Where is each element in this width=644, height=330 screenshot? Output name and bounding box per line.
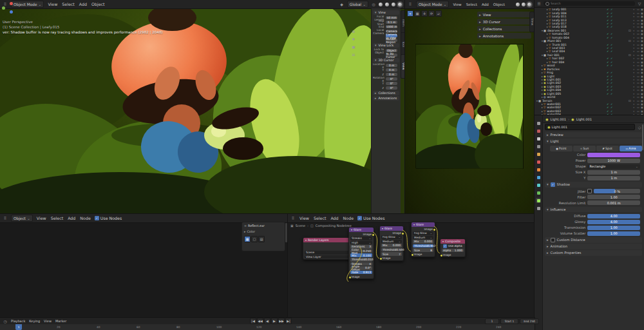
menu-marker[interactable]: Marker (55, 319, 67, 323)
timeline[interactable]: ◷PlaybackKeyingViewMarker|◀◀◀◀▶▶▶▶|1Star… (0, 318, 535, 330)
btn-image-b-icon[interactable]: ▤ (258, 236, 265, 242)
panel-custom-properties[interactable]: ▸Custom Properties (545, 250, 642, 256)
row-value[interactable]: 0° (386, 82, 397, 86)
tab-physics-icon[interactable] (536, 182, 541, 188)
tab-tool-icon[interactable] (536, 121, 541, 126)
input-socket[interactable] (379, 257, 383, 260)
current-frame-field[interactable]: 1 (485, 318, 499, 324)
node-field-color-mod[interactable]: Color Mod0.250 (350, 249, 372, 253)
influence-slider[interactable]: 4.00 (587, 220, 640, 224)
input-socket[interactable] (348, 276, 352, 279)
panel-influence[interactable]: ▾Influence (545, 207, 642, 213)
mode-dropdown[interactable]: Object⌄ (11, 215, 33, 222)
node-field-alpha[interactable]: Alpha1.000 (442, 249, 464, 253)
light-type-point[interactable]: ●Point (550, 146, 573, 151)
node-select[interactable]: Medium⌄ (413, 236, 433, 240)
influence-slider[interactable]: 1.00 (587, 231, 640, 236)
menu-add[interactable]: Add (330, 216, 339, 220)
breadcrumb-item[interactable]: Light.001 (551, 117, 567, 121)
outliner[interactable]: ☰Search▽▸▽Leafy 001✓✓⌖▭▣▸▽Leafy 004✓✓⌖▭▣… (535, 0, 644, 115)
menu-select[interactable]: Select (466, 3, 478, 6)
tab-data-icon[interactable] (536, 198, 541, 203)
start-frame-field[interactable]: Start 1 (500, 318, 518, 324)
row-value[interactable]: 1000 W (587, 159, 640, 163)
menu-node[interactable]: Node (79, 216, 91, 220)
camera-panel-view[interactable]: ▸View (477, 12, 531, 17)
mode-dropdown[interactable]: Object Mode⌄ (11, 1, 44, 8)
row-value[interactable]: 0° (386, 86, 397, 90)
editor-type-button[interactable]: ⠿ (408, 2, 413, 7)
node-select[interactable]: High⌄ (350, 241, 372, 245)
menu-add[interactable]: Add (481, 3, 489, 6)
shader-editor[interactable]: ⠿Object⌄ViewSelectAddNode✓Use Nodes≡Refl… (0, 214, 288, 318)
influence-slider[interactable]: 1.00 (587, 226, 640, 230)
menu-object[interactable]: Object (493, 3, 506, 6)
proportional-edit-icon[interactable]: ◎ (371, 2, 376, 7)
node-field-mix[interactable]: Mix0.000 (413, 240, 433, 244)
nav-zoom-icon[interactable]: ⊕ (351, 28, 356, 34)
scrollbar[interactable] (285, 223, 287, 242)
use-nodes-toggle[interactable]: ✓Use Nodes (95, 216, 122, 220)
input-socket[interactable] (411, 253, 414, 257)
playback-jump-end-button[interactable]: ▶| (285, 318, 292, 324)
menu-view[interactable]: View (299, 216, 310, 220)
btn-image-a-icon[interactable]: ▢ (251, 236, 258, 242)
snap-magnet-icon[interactable]: ◆ (339, 2, 345, 7)
input-socket[interactable] (440, 254, 443, 257)
row-value[interactable]: 0 m (386, 73, 397, 77)
btn-channels-icon[interactable]: ▦ (244, 236, 251, 242)
properties-editor[interactable]: ◉Light.001›◉Light.001◉Light.001◇▸Preview… (535, 115, 644, 330)
row-value[interactable]: 1.00 (587, 195, 640, 199)
row-value[interactable]: 1000 m (386, 25, 397, 29)
shading-sphere-0[interactable] (379, 3, 383, 6)
node-field-threshold[interactable]: Threshold0.500 (381, 248, 402, 252)
camera-panel-collections[interactable]: ▸Collections (477, 26, 531, 32)
use-nodes-toggle[interactable]: ✓Use Nodes (357, 216, 384, 220)
menu-view[interactable]: View (47, 2, 58, 6)
shading-sphere-3[interactable] (398, 3, 402, 6)
node-field-mix[interactable]: Mix0.000 (381, 244, 402, 248)
shading-sphere-2[interactable] (392, 3, 395, 6)
end-frame-field[interactable]: End 250 (520, 318, 539, 324)
timeline-ruler[interactable]: 1204060801001201401601802002202401 (0, 324, 535, 330)
mode-dropdown[interactable]: Object Mode⌄ (416, 1, 449, 8)
shadow-checkbox[interactable]: ✓ (551, 182, 555, 187)
node-glare-1[interactable]: ▾GlareImageStreaks⌄High⌄Iterations3Color… (348, 227, 374, 279)
viewport-main[interactable]: ⠿Object Mode⌄ViewSelectAddObject◆Global⌄… (0, 0, 404, 213)
editor-type-button[interactable]: ⠿ (290, 216, 296, 221)
menu-playback[interactable]: Playback (10, 319, 26, 323)
node-select[interactable]: Fog Glow⌄ (413, 231, 433, 235)
tab-modifiers-icon[interactable] (536, 175, 541, 180)
playback-play-reverse-button[interactable]: ◀ (264, 318, 270, 324)
influence-slider[interactable]: 4.00 (587, 214, 640, 218)
toolbar-select-box-icon[interactable]: ⌖ (407, 10, 413, 17)
viewport-camera[interactable]: ⠿Object Mode⌄ViewSelectAddObject⌖▦✛⟳▱▸Vi… (405, 0, 534, 213)
row-value[interactable]: 50 mm (386, 16, 397, 20)
playhead[interactable]: 1 (15, 324, 22, 330)
filter-dropdown-icon[interactable]: ☰ (536, 1, 542, 6)
toolbar-rotate-icon[interactable]: ⟳ (428, 10, 435, 17)
nav-ortho-toggle-icon[interactable]: ⊞ (351, 52, 356, 57)
panel-collapsed-Annotations[interactable]: ▸Annotations (373, 96, 399, 101)
color-row[interactable]: ▸Color (244, 230, 283, 233)
panel-animation[interactable]: ▸Animation (545, 244, 642, 249)
menu-select[interactable]: Select (313, 216, 327, 220)
tab-view-layer-icon[interactable] (536, 144, 541, 149)
tab-constraints-icon[interactable] (536, 190, 541, 195)
light-type-area[interactable]: ▭Area (620, 146, 642, 151)
node-field-threshold[interactable]: Threshold0.010 (350, 258, 372, 262)
menu-select[interactable]: Select (61, 2, 75, 6)
row-value[interactable]: 0 m (386, 64, 397, 68)
viewport-canvas[interactable] (0, 8, 371, 213)
light-type-sun[interactable]: ☼Sun (573, 146, 596, 151)
editor-type-button[interactable]: ◷ (3, 318, 8, 324)
row-value[interactable]: Rectangle⌄ (587, 164, 640, 169)
panel-collapsed-Collections[interactable]: ▸Collections (373, 91, 399, 95)
toolbar-scale-icon[interactable]: ▱ (435, 10, 442, 17)
output-socket[interactable] (433, 228, 436, 231)
row-value[interactable]: 1 m (587, 170, 640, 175)
panel-preview[interactable]: ▸Preview (545, 132, 642, 138)
panel-custom-distance[interactable]: ▸Custom Distance (545, 237, 642, 243)
node-select[interactable]: Fog Glow⌄ (381, 235, 402, 239)
row-value[interactable]: 1 m (587, 176, 640, 180)
